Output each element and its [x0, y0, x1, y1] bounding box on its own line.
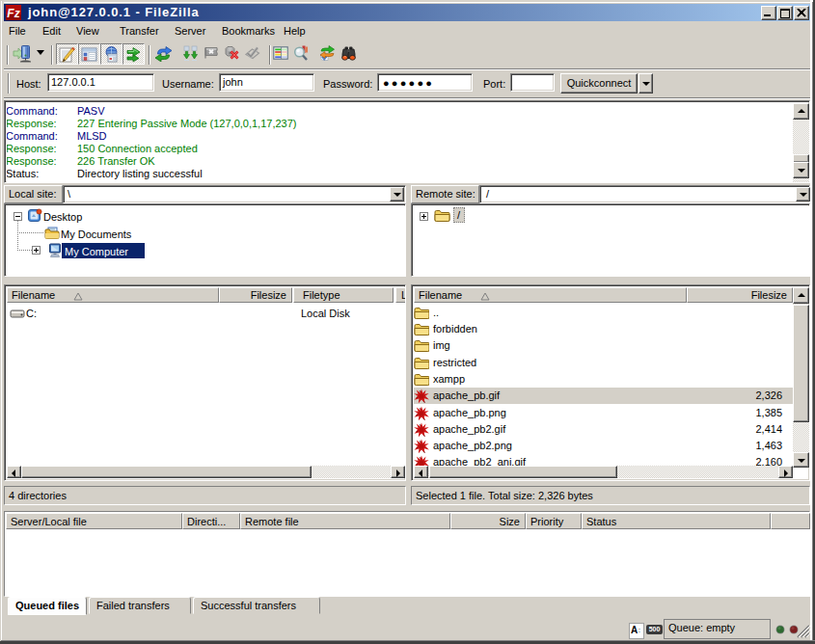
svg-text:Fz: Fz: [7, 7, 19, 20]
